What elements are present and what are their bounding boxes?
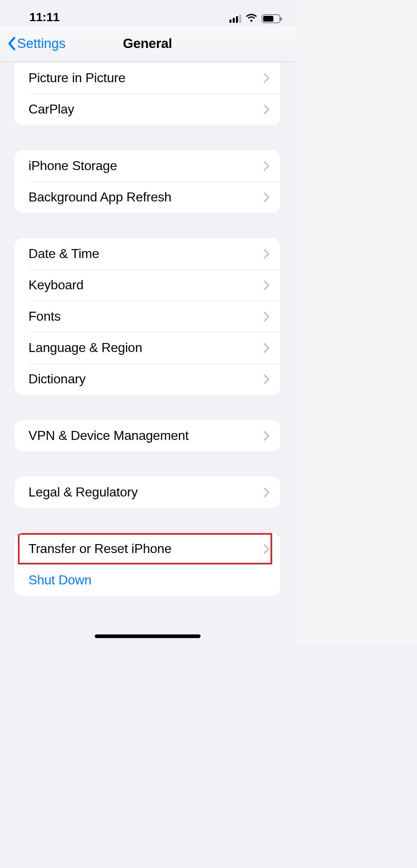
status-bar: 11:11: [0, 0, 295, 26]
row-label: Legal & Regulatory: [28, 485, 138, 500]
chevron-right-icon: [263, 544, 270, 554]
chevron-right-icon: [263, 431, 270, 441]
status-time: 11:11: [29, 10, 59, 24]
row-language-region[interactable]: Language & Region: [15, 332, 280, 363]
row-dictionary[interactable]: Dictionary: [15, 363, 280, 395]
settings-group-media: Picture in Picture CarPlay: [15, 62, 280, 125]
chevron-right-icon: [263, 280, 270, 291]
highlight-box: Transfer or Reset iPhone: [15, 533, 280, 564]
row-vpn-device-management[interactable]: VPN & Device Management: [15, 420, 280, 451]
chevron-right-icon: [263, 73, 270, 83]
row-label: Transfer or Reset iPhone: [28, 541, 172, 556]
wifi-icon: [245, 13, 258, 24]
row-label: CarPlay: [28, 102, 74, 117]
row-legal-regulatory[interactable]: Legal & Regulatory: [15, 477, 280, 508]
row-label: Dictionary: [28, 372, 85, 387]
row-picture-in-picture[interactable]: Picture in Picture: [15, 62, 280, 94]
chevron-right-icon: [263, 343, 270, 353]
settings-group-reset: Transfer or Reset iPhone Shut Down: [15, 533, 280, 596]
settings-group-vpn: VPN & Device Management: [15, 420, 280, 451]
row-date-time[interactable]: Date & Time: [15, 238, 280, 269]
status-icons: [229, 13, 280, 24]
row-label: Language & Region: [28, 340, 142, 355]
chevron-right-icon: [263, 192, 270, 203]
row-iphone-storage[interactable]: iPhone Storage: [15, 150, 280, 181]
chevron-right-icon: [263, 374, 270, 385]
chevron-right-icon: [263, 161, 270, 171]
row-label: iPhone Storage: [28, 158, 117, 173]
row-shut-down[interactable]: Shut Down: [15, 564, 280, 596]
row-label: Keyboard: [28, 278, 83, 293]
row-keyboard[interactable]: Keyboard: [15, 269, 280, 301]
settings-group-storage: iPhone Storage Background App Refresh: [15, 150, 280, 213]
home-indicator[interactable]: [95, 634, 201, 638]
phone-frame: 11:11: [0, 0, 295, 645]
row-label: Date & Time: [28, 246, 99, 261]
nav-title: General: [0, 36, 295, 51]
row-carplay[interactable]: CarPlay: [15, 94, 280, 125]
row-label: Background App Refresh: [28, 190, 171, 205]
settings-group-input: Date & Time Keyboard Fonts Language & Re…: [15, 238, 280, 395]
row-label: Picture in Picture: [28, 70, 125, 85]
cellular-icon: [229, 15, 241, 23]
chevron-right-icon: [263, 104, 270, 115]
chevron-right-icon: [263, 311, 270, 322]
row-label: VPN & Device Management: [28, 428, 189, 443]
row-fonts[interactable]: Fonts: [15, 301, 280, 332]
chevron-right-icon: [263, 249, 270, 259]
battery-icon: [262, 14, 280, 23]
nav-bar: Settings General: [0, 26, 295, 62]
row-background-app-refresh[interactable]: Background App Refresh: [15, 181, 280, 213]
row-label: Fonts: [28, 309, 61, 324]
chevron-right-icon: [263, 487, 270, 498]
row-label: Shut Down: [28, 573, 92, 588]
settings-group-legal: Legal & Regulatory: [15, 477, 280, 508]
row-transfer-reset[interactable]: Transfer or Reset iPhone: [15, 533, 280, 564]
